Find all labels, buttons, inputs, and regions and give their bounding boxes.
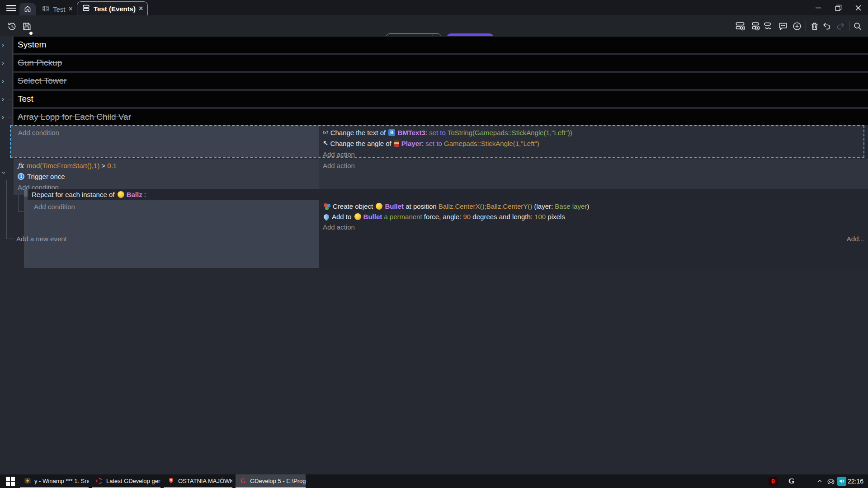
add-comment-icon[interactable] (777, 20, 789, 32)
tray-chevron-up-icon[interactable] (816, 477, 823, 486)
event-group-system[interactable]: System (14, 37, 868, 53)
add-condition-link[interactable]: Add condition (18, 129, 59, 136)
winamp-icon (24, 477, 31, 485)
chevron-down-icon[interactable]: › (0, 172, 8, 178)
events-sheet-icon (82, 4, 90, 14)
chevron-right-icon[interactable]: › (2, 77, 8, 85)
plain: Trigger once (27, 173, 65, 180)
tray-volume-icon[interactable] (837, 477, 846, 486)
subevent-drag-handle-grip (24, 189, 28, 197)
tab-close-icon[interactable]: × (139, 5, 143, 12)
tree-dash (8, 81, 11, 81)
tree-line (6, 239, 14, 239)
actions-panel: txtChange the text of BBMText3: set to T… (319, 126, 863, 157)
selected-event[interactable]: Add condition txtChange the text of BBMT… (10, 125, 864, 158)
icon-force (323, 213, 330, 221)
brave-icon (167, 477, 175, 485)
action-row[interactable]: txtChange the text of BBMText3: set to T… (319, 127, 863, 138)
taskbar-item-brave[interactable]: OSTATNIA MAJÓWKA... (164, 474, 232, 488)
tray-gamepad-icon[interactable] (827, 477, 835, 486)
search-icon[interactable] (852, 20, 863, 32)
tab-close-icon[interactable]: × (69, 5, 73, 13)
minimize-button[interactable] (808, 0, 828, 15)
action-row[interactable]: Add to Bullet a permanent force, angle: … (319, 211, 868, 222)
main-menu-icon[interactable] (6, 4, 16, 12)
add-action-link[interactable]: Add action (319, 149, 863, 160)
delete-icon[interactable] (809, 20, 821, 32)
plain: pixels (546, 213, 565, 221)
taskbar-item-label: Latest GDevelop gene... (106, 478, 160, 484)
plain: : (142, 191, 146, 198)
tab-scene-test[interactable]: Test × (37, 3, 77, 15)
repeat-event-header[interactable]: Repeat for each instance of Ballz : (28, 189, 868, 200)
chevron-right-icon[interactable]: › (2, 113, 8, 121)
undo-icon[interactable] (821, 20, 833, 32)
condition-row[interactable]: ƒxmod(TimeFromStart(),1) > 0.1 (14, 160, 319, 171)
condition-row[interactable]: 1Trigger once (14, 171, 319, 182)
taskbar-clock[interactable]: 22:16 (848, 474, 863, 488)
conditions-panel[interactable]: Add condition (11, 126, 319, 157)
add-other-event-icon[interactable] (763, 20, 774, 32)
close-button[interactable] (848, 0, 868, 15)
plain: at position (404, 202, 439, 210)
event-group-select-tower[interactable]: Select Tower (14, 73, 868, 89)
bmtext-badge: B (388, 129, 395, 136)
unsaved-changes-dot (29, 32, 33, 35)
tray-gdevelop-icon[interactable]: G (788, 477, 794, 486)
subevent-drag-handle[interactable] (24, 189, 28, 268)
history-icon[interactable] (6, 20, 18, 32)
add-button[interactable]: Add... (847, 235, 864, 243)
num: Ballz.CenterX();Ballz.CenterY() (439, 202, 533, 210)
opera-gx-icon (95, 477, 103, 485)
taskbar-item-label: GDevelop 5 - E:\Progr... (250, 478, 306, 484)
num: mod(TimeFromStart(),1) (27, 162, 99, 169)
restore-button[interactable] (828, 0, 848, 15)
event-group-test[interactable]: Test (14, 91, 868, 107)
taskbar: y - Winamp *** 1. Sne... Latest GDevelop… (0, 474, 868, 488)
add-condition-link[interactable]: Add condition (34, 203, 75, 211)
add-subevent-icon[interactable] (749, 20, 761, 32)
add-action-link[interactable]: Add action (319, 160, 868, 171)
conditions-panel[interactable]: Add condition (28, 200, 319, 268)
num: 90 (463, 213, 471, 221)
plain: (layer: (532, 202, 555, 210)
tree-dash (8, 45, 11, 45)
tab-label: Test (53, 5, 66, 13)
ball-sprite (118, 191, 124, 198)
tree-dash (8, 63, 11, 63)
add-action-link[interactable]: Add action (319, 222, 868, 232)
taskbar-item-label: y - Winamp *** 1. Sne... (34, 478, 89, 484)
plain: Repeat for each instance of (32, 191, 117, 198)
obj: Bullet (385, 202, 404, 210)
taskbar-item-winamp[interactable]: y - Winamp *** 1. Sne... (20, 474, 89, 488)
gutter-line (12, 37, 13, 125)
tab-events-test[interactable]: Test (Events) × (77, 1, 148, 15)
save-icon[interactable] (21, 20, 33, 32)
add-new-event-link[interactable]: Add a new event (16, 235, 67, 243)
plain: force, angle: (422, 213, 463, 221)
events-sheet: › System › Gun Pickup › Select Tower › T… (0, 36, 868, 474)
tree-line (18, 195, 19, 211)
action-row[interactable]: ↖Change the angle of Player: set to Game… (319, 138, 863, 149)
toolbar-divider (849, 21, 849, 31)
add-more-icon[interactable] (791, 20, 803, 32)
tree-dash (8, 99, 11, 99)
taskbar-item-browser[interactable]: Latest GDevelop gene... (92, 474, 160, 488)
start-button[interactable] (5, 476, 16, 486)
chevron-right-icon[interactable]: › (2, 95, 8, 103)
event-group-array-loop[interactable]: Array Lopp for Each Child Var (14, 109, 868, 125)
action-row[interactable]: Create object Bullet at position Ballz.C… (319, 201, 868, 211)
tree-line (18, 211, 24, 212)
tray-seven-segment-icon[interactable]: 0 (769, 477, 778, 486)
plain: Change the angle of (330, 140, 393, 147)
event-group-gun-pickup[interactable]: Gun Pickup (14, 55, 868, 71)
chevron-right-icon[interactable]: › (2, 41, 8, 49)
taskbar-item-gdevelop[interactable]: G GDevelop 5 - E:\Progr... (236, 474, 306, 488)
str: ToString(Gamepads::StickAngle(1,"Left")) (448, 129, 572, 136)
chevron-right-icon[interactable]: › (2, 59, 8, 67)
add-event-icon[interactable] (735, 20, 746, 32)
redo-icon[interactable] (835, 20, 846, 32)
tab-home[interactable] (19, 3, 36, 15)
ball-sprite (376, 203, 382, 210)
num: Gamepads::StickAngle(1,"Left") (444, 140, 539, 147)
